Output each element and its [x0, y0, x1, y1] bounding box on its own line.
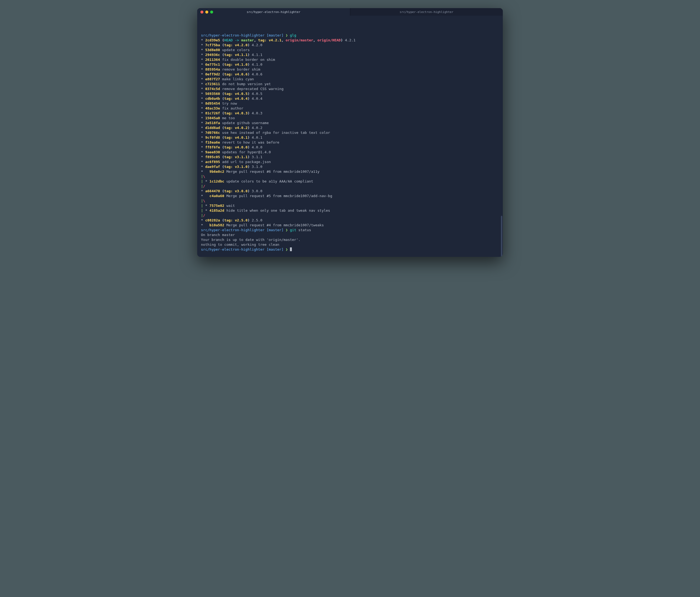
git-log-line: * 0374c5d remove deprecated CSS warning	[201, 86, 499, 92]
git-log-line: * 294936c (tag: v4.1.1) 4.1.1	[201, 52, 499, 57]
git-log-line: * 15045a0 me too	[201, 116, 499, 121]
git-log-line: | * 7575e02 wait	[201, 203, 499, 208]
git-log-line: * c08282a (tag: v2.5.0) 2.5.0	[201, 218, 499, 223]
git-log-line: | * 4185a2d hide title when only one tab…	[201, 208, 499, 213]
git-log-line: * 7d0766c use hex instead of rgba for in…	[201, 130, 499, 135]
git-log-line: |/	[201, 213, 499, 218]
git-log-line: * ff8f6fe (tag: v4.0.0) 4.0.0	[201, 145, 499, 150]
git-log-line: * 9b6e0c2 Merge pull request #6 from mmc…	[201, 169, 499, 174]
git-log-line: * d1dd8ad (tag: v4.0.2) 4.0.2	[201, 126, 499, 130]
git-log-line: * a664470 (tag: v3.0.0) 3.0.0	[201, 189, 499, 193]
git-log-line: |\	[201, 199, 499, 203]
maximize-icon[interactable]	[210, 10, 213, 14]
cursor	[290, 248, 292, 251]
git-log-line: * 81c726f (tag: v4.0.3) 4.0.3	[201, 111, 499, 116]
terminal-body[interactable]: src/hyper-electron-highlighter [master] …	[197, 16, 503, 257]
tab-title: src/hyper-electron-highlighter	[400, 10, 453, 14]
git-log-line: * 5693560 (tag: v4.0.5) 4.0.5	[201, 92, 499, 96]
git-log-line: * cdb0a4b (tag: v4.0.4) 4.0.4	[201, 96, 499, 101]
git-log-line: * f18ea6e revert to how it was before	[201, 140, 499, 145]
git-log-line: * 0eff9d2 (tag: v4.0.6) 4.0.6	[201, 72, 499, 77]
git-log-line: |/	[201, 184, 499, 189]
git-log-line: * 53d8e80 update colors	[201, 48, 499, 52]
window-controls	[197, 8, 216, 16]
close-icon[interactable]	[200, 10, 203, 14]
git-log-line: * b10a582 Merge pull request #4 from mmc…	[201, 223, 499, 228]
git-log-line: * c723611 do not bump version yet	[201, 82, 499, 86]
minimize-icon[interactable]	[205, 10, 208, 14]
prompt-line: src/hyper-electron-highlighter [master] …	[201, 228, 499, 233]
git-log-line: * e887f27 make links cyan	[201, 77, 499, 82]
git-log-line: * 6e775c1 (tag: v4.1.0) 4.1.0	[201, 62, 499, 67]
prompt-line: src/hyper-electron-highlighter [master] …	[201, 247, 499, 252]
tab-bar: src/hyper-electron-highlighter src/hyper…	[197, 8, 503, 16]
prompt-line: src/hyper-electron-highlighter [master] …	[201, 33, 499, 38]
git-log-line: * 2cd39e5 (HEAD -> master, tag: v4.2.1, …	[201, 38, 499, 43]
git-log-line: * 9cf0fd8 (tag: v4.0.1) 4.0.1	[201, 135, 499, 140]
git-log-line: * 885954a remove border shim	[201, 67, 499, 72]
git-log-line: | * 1c12dbc update colors to be a11y AAA…	[201, 179, 499, 184]
git-log-line: * 7cf75ba (tag: v4.2.0) 4.2.0	[201, 43, 499, 48]
git-log-line: * 9aee830 updates for hyper@1.4.0	[201, 150, 499, 155]
git-log-line: * f895c05 (tag: v3.1.1) 3.1.1	[201, 155, 499, 159]
tab-title: src/hyper-electron-highlighter	[247, 10, 300, 14]
status-line: On branch master	[201, 233, 499, 237]
status-line: Your branch is up to date with 'origin/m…	[201, 237, 499, 242]
git-log-line: * 2611364 fix double border on shim	[201, 57, 499, 62]
git-log-line: * 2e518fa update github username	[201, 121, 499, 126]
tab-2[interactable]: src/hyper-electron-highlighter	[350, 8, 503, 16]
git-log-line: * 8d95454 try now	[201, 101, 499, 106]
git-log-line: * ac6f895 add url to package.json	[201, 159, 499, 164]
tab-1[interactable]: src/hyper-electron-highlighter	[197, 8, 350, 16]
status-line: nothing to commit, working tree clean	[201, 242, 499, 247]
scrollbar[interactable]	[501, 216, 502, 257]
terminal-window: src/hyper-electron-highlighter src/hyper…	[197, 8, 503, 257]
git-log-line: * c4a0a60 Merge pull request #5 from mmc…	[201, 193, 499, 199]
git-log-line: |\	[201, 174, 499, 179]
git-log-line: * 48ac33e fix author	[201, 106, 499, 111]
git-log-line: * dae9faf (tag: v3.1.0) 3.1.0	[201, 164, 499, 169]
